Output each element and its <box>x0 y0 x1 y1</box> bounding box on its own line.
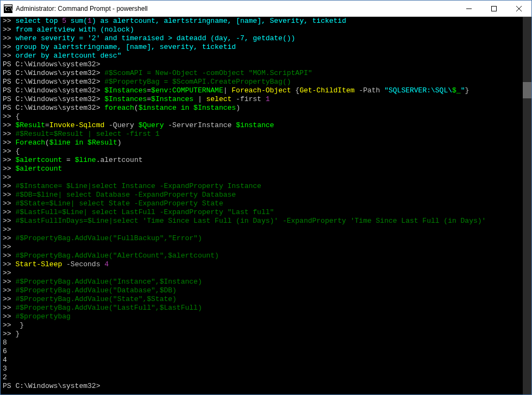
code-segment: $alertcount <box>15 156 62 164</box>
code-segment: in <box>71 139 87 147</box>
code-segment: $Instances <box>193 104 236 112</box>
code-segment: 1 <box>266 95 270 103</box>
prompt-text: >> <box>3 312 11 321</box>
code-segment: ) as alertcount, alertstringname, [name]… <box>92 17 346 25</box>
code-segment: -Seconds <box>62 260 104 268</box>
code-segment: $_ <box>452 86 461 95</box>
prompt-text: >> <box>3 173 11 181</box>
terminal-line: >> } <box>3 321 529 330</box>
terminal-line: >> #$PropertyBag.AddValue("LastFull",$La… <box>3 304 529 312</box>
code-segment: select top <box>15 17 62 25</box>
svg-rect-4 <box>492 6 497 11</box>
code-segment: $Instances <box>104 95 147 103</box>
code-segment: ) <box>236 104 240 112</box>
prompt-text: >> <box>3 234 11 242</box>
terminal-line: >> #$PropertyBag.AddValue("AlertCount",$… <box>3 252 529 260</box>
code-segment: ( <box>134 104 139 112</box>
code-segment: sum( <box>66 17 87 25</box>
code-segment: #$PropertyBag = $ScomAPI.CreatePropertyB… <box>104 78 291 86</box>
code-segment: = <box>62 156 74 164</box>
prompt-text: >> <box>3 243 11 251</box>
code-segment: #$PropertyBag.AddValue("State",$State) <box>15 295 176 303</box>
code-segment: 4 <box>104 260 109 268</box>
code-segment: "SQLSERVER:\SQL\ <box>384 86 452 95</box>
code-segment: $line <box>75 156 96 164</box>
code-segment: #$LastFull=$Line| select LastFull -Expan… <box>15 208 274 216</box>
code-segment: 4 <box>3 356 7 364</box>
code-segment: $env:COMPUTERNAME <box>151 86 223 95</box>
prompt-text: PS C:\Windows\system32> <box>3 86 100 95</box>
prompt-text: >> <box>3 286 11 294</box>
code-segment: order by alertcount desc" <box>11 52 122 60</box>
prompt-text: >> <box>3 217 11 225</box>
terminal-line: >> #$PropertyBag.AddValue("Database",$DB… <box>3 286 529 295</box>
code-segment: { <box>11 112 20 121</box>
code-segment: $alertcount <box>15 165 62 173</box>
terminal-line: >> select top 5 sum(1) as alertcount, al… <box>3 17 529 26</box>
window-controls <box>456 1 531 16</box>
terminal-line: 8 <box>3 338 529 347</box>
svg-text:C:\: C:\ <box>5 7 12 12</box>
terminal-line: >> #$PropertyBag.AddValue("Instance",$In… <box>3 278 529 286</box>
prompt-text: >> <box>3 260 11 268</box>
terminal-line: PS C:\Windows\system32> #$ScomAPI = New-… <box>3 69 529 78</box>
terminal-line: 4 <box>3 356 529 365</box>
prompt-text: >> <box>3 130 11 138</box>
terminal-line: >> #$PropertyBag.AddValue("FullBackup","… <box>3 234 529 243</box>
code-segment: .alertcount <box>96 156 143 164</box>
code-segment: Invoke-Sqlcmd <box>49 121 104 129</box>
close-button[interactable] <box>506 1 531 16</box>
code-segment: } <box>465 86 469 95</box>
code-segment: #$Instance= $Line|select Instance -Expan… <box>15 182 261 190</box>
prompt-text: >> <box>3 330 11 338</box>
terminal-line: >> } <box>3 330 529 338</box>
code-segment: Foreach-Object <box>228 86 296 95</box>
terminal-line: >> Start-Sleep -Seconds 4 <box>3 260 529 269</box>
prompt-text: >> <box>3 304 11 312</box>
minimize-button[interactable] <box>456 1 481 16</box>
prompt-text: >> <box>3 278 11 286</box>
code-segment: #$LastFullInDays=$Line|select 'Time Sinc… <box>15 217 486 225</box>
terminal-line: >> <box>3 243 529 252</box>
terminal-line: >> #$propertybag <box>3 312 529 321</box>
code-segment: { <box>295 86 299 95</box>
terminal-line: PS C:\Windows\system32> <box>3 382 529 391</box>
code-segment: #$PropertyBag.AddValue("FullBackup","Err… <box>15 234 202 242</box>
code-segment: #$DB=$line| select Database -ExpandPrope… <box>15 191 236 199</box>
prompt-text: >> <box>3 17 11 25</box>
terminal-line: >> from alertview with (nolock) <box>3 26 529 34</box>
code-segment: ) <box>117 139 122 147</box>
code-segment: = <box>45 121 49 129</box>
code-segment: select <box>206 95 232 103</box>
code-segment: $instance <box>236 121 274 129</box>
terminal-line: >> #$LastFullInDays=$Line|select 'Time S… <box>3 217 529 225</box>
code-segment: = <box>147 95 151 103</box>
code-segment: | <box>223 86 228 95</box>
prompt-text: PS C:\Windows\system32> <box>3 382 100 390</box>
maximize-button[interactable] <box>481 1 506 16</box>
prompt-text: >> <box>3 295 11 303</box>
code-segment: $Result <box>87 139 117 147</box>
terminal-line: PS C:\Windows\system32> #$PropertyBag = … <box>3 78 529 86</box>
terminal-content: >> select top 5 sum(1) as alertcount, al… <box>3 17 529 391</box>
code-segment: #$PropertyBag.AddValue("Database",$DB) <box>15 286 176 294</box>
code-segment: $Query <box>139 121 164 129</box>
code-segment: 5 <box>62 17 66 25</box>
prompt-text: >> <box>3 321 11 329</box>
code-segment: #$State=$Line| select State -ExpandPrope… <box>15 199 223 208</box>
cmd-icon: C:\ <box>4 4 12 13</box>
terminal-line: PS C:\Windows\system32> foreach($instanc… <box>3 104 529 112</box>
terminal-area[interactable]: >> select top 5 sum(1) as alertcount, al… <box>1 17 531 394</box>
code-segment: $instance <box>139 104 177 112</box>
terminal-line: >> { <box>3 147 529 156</box>
prompt-text: PS C:\Windows\system32> <box>3 60 100 68</box>
prompt-text: >> <box>3 191 11 199</box>
scrollbar-thumb[interactable] <box>523 82 531 98</box>
scrollbar-track[interactable] <box>523 17 531 394</box>
code-segment: foreach <box>104 104 134 112</box>
terminal-line: >> #$DB=$line| select Database -ExpandPr… <box>3 191 529 199</box>
code-segment: } <box>11 321 24 329</box>
code-segment: #$PropertyBag.AddValue("LastFull",$LastF… <box>15 304 202 312</box>
terminal-line: >> #$State=$Line| select State -ExpandPr… <box>3 199 529 208</box>
code-segment: Start-Sleep <box>15 260 62 268</box>
